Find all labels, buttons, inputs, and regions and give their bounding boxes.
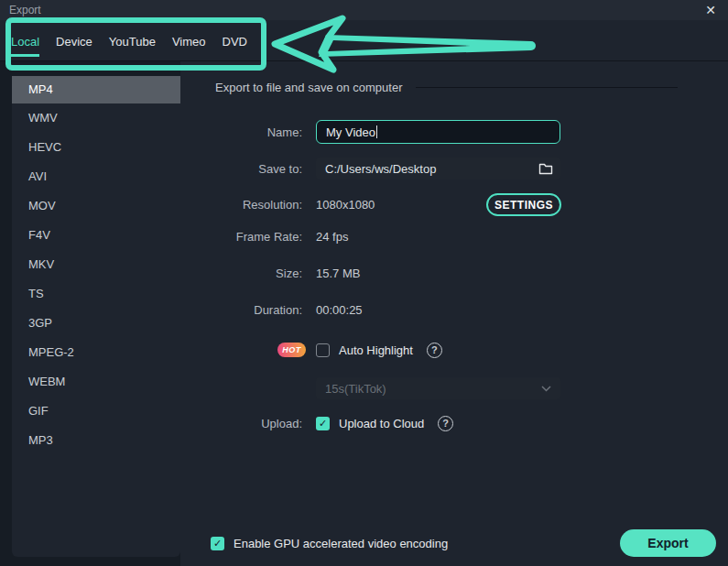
chevron-down-icon: [541, 386, 551, 392]
resolution-label: Resolution:: [180, 198, 302, 212]
tab-label: YouTube: [109, 35, 156, 49]
format-label: F4V: [28, 228, 50, 242]
format-label: MP4: [28, 82, 53, 96]
format-item[interactable]: WMV: [12, 103, 180, 133]
duration-label: Duration:: [180, 303, 302, 317]
tab-item[interactable]: Local: [11, 24, 39, 57]
tab-label: DVD: [223, 35, 247, 49]
format-label: WMV: [28, 111, 58, 125]
format-label: TS: [28, 287, 44, 300]
name-label: Name:: [180, 125, 302, 139]
format-label: AVI: [28, 169, 47, 183]
text-caret: [376, 125, 377, 138]
section-header: Export to file and save on computer: [180, 81, 728, 94]
tab-item[interactable]: Vimeo: [172, 24, 206, 57]
upload-label: Upload:: [180, 417, 302, 430]
tab-label: Vimeo: [172, 35, 206, 49]
save-to-value: C:/Users/ws/Desktop: [325, 162, 538, 176]
upload-cloud-label: Upload to Cloud: [339, 417, 424, 430]
format-sidebar: MP4WMVHEVCAVIMOVF4VMKVTS3GPMPEG-2WEBMGIF…: [12, 76, 180, 557]
format-label: GIF: [28, 404, 49, 418]
title-bar: Export ✕: [0, 0, 728, 20]
format-label: MP3: [28, 433, 53, 447]
gpu-encoding-label: Enable GPU accelerated video encoding: [234, 537, 448, 550]
save-to-row: Save to: C:/Users/ws/Desktop: [180, 158, 728, 180]
tab-label: Device: [56, 35, 92, 49]
format-item[interactable]: MPEG-2: [12, 338, 180, 367]
tab-item[interactable]: DVD: [223, 24, 247, 57]
gpu-encoding-checkbox[interactable]: ✓: [211, 537, 224, 550]
format-label: WEBM: [28, 375, 65, 388]
save-to-input[interactable]: C:/Users/ws/Desktop: [316, 158, 560, 180]
frame-rate-label: Frame Rate:: [180, 230, 302, 244]
tab-item[interactable]: Device: [56, 24, 92, 57]
name-row: Name: My Video: [180, 120, 728, 144]
auto-highlight-label: Auto Highlight: [339, 343, 413, 357]
resolution-row: Resolution: 1080x1080 SETTINGS: [180, 193, 728, 216]
export-dialog: Export ✕ LocalDeviceYouTubeVimeoDVD MP4W…: [0, 0, 728, 566]
format-label: HEVC: [28, 140, 61, 154]
name-value: My Video: [326, 125, 375, 139]
size-label: Size:: [180, 267, 302, 280]
format-item[interactable]: 3GP: [12, 309, 180, 338]
format-item[interactable]: MKV: [12, 250, 180, 279]
format-item[interactable]: WEBM: [12, 367, 180, 397]
format-label: MOV: [28, 199, 56, 212]
format-item[interactable]: MP4: [12, 76, 180, 103]
close-icon[interactable]: ✕: [705, 3, 716, 17]
upload-cloud-checkbox[interactable]: ✓: [316, 417, 330, 430]
format-item[interactable]: TS: [12, 279, 180, 309]
section-title: Export to file and save on computer: [215, 81, 403, 94]
tab-bar: LocalDeviceYouTubeVimeoDVD: [0, 20, 728, 61]
frame-rate-value: 24 fps: [316, 230, 348, 244]
save-to-label: Save to:: [180, 162, 302, 176]
format-item[interactable]: AVI: [12, 162, 180, 191]
export-button[interactable]: Export: [620, 529, 716, 557]
format-item[interactable]: GIF: [12, 397, 180, 426]
upload-row: Upload: ✓ Upload to Cloud ?: [180, 415, 728, 431]
format-label: MKV: [28, 257, 54, 271]
size-row: Size: 15.7 MB: [180, 265, 728, 281]
duration-value: 00:00:25: [316, 303, 363, 317]
format-item[interactable]: MP3: [12, 426, 180, 455]
upload-help-icon[interactable]: ?: [438, 416, 453, 431]
auto-highlight-row: HOT Auto Highlight ?: [180, 342, 728, 358]
format-item[interactable]: HEVC: [12, 133, 180, 162]
format-label: 3GP: [28, 316, 52, 330]
format-item[interactable]: F4V: [12, 221, 180, 250]
format-label: MPEG-2: [28, 345, 74, 359]
duration-row: Duration: 00:00:25: [180, 301, 728, 318]
size-value: 15.7 MB: [316, 267, 360, 280]
settings-button[interactable]: SETTINGS: [486, 193, 561, 216]
footer-row: ✓ Enable GPU accelerated video encoding …: [180, 529, 728, 557]
section-divider: [416, 87, 678, 88]
highlight-duration-select[interactable]: 15s(TikTok): [316, 377, 560, 399]
highlight-duration-value: 15s(TikTok): [325, 382, 541, 396]
tab-label: Local: [11, 35, 39, 49]
auto-highlight-help-icon[interactable]: ?: [427, 343, 442, 358]
auto-highlight-checkbox[interactable]: [316, 343, 330, 357]
resolution-value: 1080x1080: [316, 198, 375, 212]
name-input[interactable]: My Video: [316, 120, 560, 144]
hot-badge: HOT: [277, 343, 306, 357]
folder-icon[interactable]: [538, 162, 553, 175]
highlight-duration-row: 15s(TikTok): [180, 377, 728, 399]
format-item[interactable]: MOV: [12, 191, 180, 221]
frame-rate-row: Frame Rate: 24 fps: [180, 228, 728, 245]
dialog-title: Export: [9, 4, 41, 16]
tab-item[interactable]: YouTube: [109, 24, 156, 57]
